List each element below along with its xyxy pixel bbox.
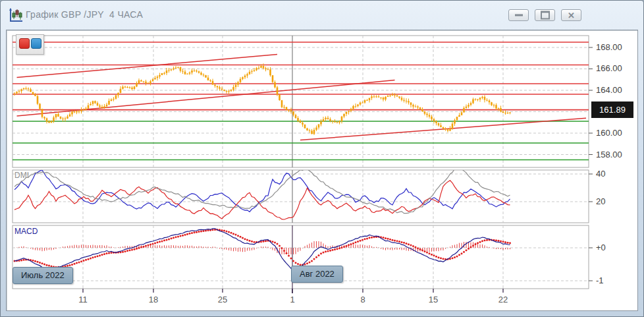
close-button[interactable]: ✕: [561, 9, 581, 21]
price-axis-label: 158.00: [596, 150, 622, 159]
macd-axis-tick: +0: [596, 243, 606, 252]
minimize-icon: [515, 14, 523, 16]
x-axis-label: 22: [492, 295, 514, 304]
macd-axis-tick: -1: [596, 275, 604, 285]
current-price-badge: 161.89: [591, 101, 633, 118]
x-axis-label: 1: [281, 295, 304, 304]
maximize-icon: [541, 11, 550, 20]
candlestick-chart-icon: [9, 8, 24, 24]
x-axis-label: 15: [422, 295, 444, 304]
x-axis-label: 8: [352, 295, 374, 304]
dmi-axis-tick: 40: [596, 169, 605, 179]
dmi-pane-label: DMI: [14, 171, 29, 180]
chart-window: График GBP /JPY 4 ЧАСА ✕ 168.00 166.00 1…: [0, 0, 644, 317]
window-titlebar[interactable]: График GBP /JPY 4 ЧАСА ✕: [1, 1, 643, 29]
close-icon: ✕: [568, 11, 575, 20]
price-axis-label: 160.00: [596, 128, 622, 138]
x-axis-label: 18: [142, 295, 165, 304]
month-badge-july[interactable]: Июль 2022: [13, 267, 73, 284]
price-axis-label: 168.00: [596, 42, 622, 52]
minimize-button[interactable]: [508, 9, 529, 21]
price-axis-label: 164.00: [596, 85, 622, 95]
dmi-axis-tick: 20: [596, 196, 605, 206]
price-axis-label: 166.00: [596, 63, 622, 73]
month-badge-august[interactable]: Авг 2022: [291, 266, 343, 283]
x-axis-label: 11: [72, 295, 94, 304]
window-title: График GBP /JPY 4 ЧАСА: [26, 9, 143, 20]
macd-pane-label: MACD: [14, 227, 38, 236]
x-axis-label: 25: [211, 295, 234, 304]
blue-series-toggle-button[interactable]: [31, 38, 41, 49]
maximize-button[interactable]: [535, 9, 555, 21]
series-legend-toolbar: [16, 34, 44, 55]
red-series-toggle-button[interactable]: [19, 38, 30, 49]
